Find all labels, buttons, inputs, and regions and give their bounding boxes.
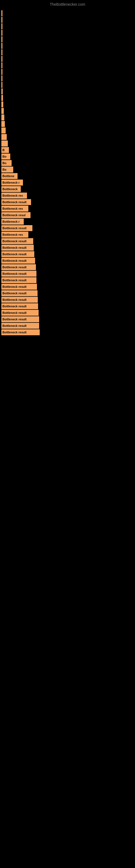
bottleneck-bar: [1, 88, 3, 94]
bar-row: [1, 36, 135, 42]
bar-row: [1, 10, 135, 16]
bottleneck-bar: Bottleneck res: [1, 193, 27, 198]
bottleneck-bar: [1, 95, 3, 101]
bar-row: Bottleneck result: [1, 290, 135, 296]
bottleneck-bar: [1, 82, 2, 88]
bar-row: Bottleneck result: [1, 245, 135, 251]
bottleneck-bar: [1, 50, 2, 55]
bottleneck-bar: [1, 141, 8, 147]
bottleneck-bar: [1, 101, 3, 107]
bar-row: [1, 50, 135, 55]
site-title: TheBottlenecker.com: [0, 0, 135, 8]
bar-row: Bottleneck result: [1, 238, 135, 244]
bottleneck-bar: Bottleneck result: [1, 297, 38, 303]
bottleneck-bar: [1, 69, 2, 75]
bottleneck-bar: Bottleneck: [1, 186, 21, 192]
bar-row: Bottleneck res: [1, 206, 135, 212]
bottleneck-bar: Bo: [1, 160, 12, 166]
bottleneck-bar: [1, 30, 2, 36]
bar-row: Bo: [1, 160, 135, 166]
bottleneck-bar: [1, 17, 2, 23]
bottleneck-bar: [1, 56, 2, 62]
bottleneck-bar: Bottleneck result: [1, 271, 37, 277]
bar-row: Bottleneck result: [1, 297, 135, 303]
bar-row: Bottleneck result: [1, 264, 135, 270]
bottleneck-bar: Bottleneck result: [1, 251, 34, 257]
bars-container: BBoBoBoBottleneBottleneck rBottleneckBot…: [0, 8, 135, 339]
bottleneck-bar: [1, 127, 6, 133]
bar-row: Bo: [1, 166, 135, 173]
bar-row: [1, 23, 135, 29]
bottleneck-bar: Bottleneck r: [1, 180, 23, 186]
bar-row: Bottleneck result: [1, 303, 135, 309]
bottleneck-bar: Bo: [1, 166, 13, 173]
bottleneck-bar: Bottleneck result: [1, 264, 36, 270]
bottleneck-bar: [1, 134, 7, 140]
bar-row: [1, 43, 135, 49]
bottleneck-bar: [1, 36, 2, 42]
bottleneck-bar: [1, 43, 2, 49]
bar-row: Bottleneck result: [1, 258, 135, 264]
bar-row: [1, 69, 135, 75]
bar-row: [1, 121, 135, 127]
bottleneck-bar: Bottleneck result: [1, 277, 37, 283]
bar-row: Bottleneck result: [1, 316, 135, 322]
bottleneck-bar: [1, 108, 4, 114]
bottleneck-bar: Bo: [1, 154, 10, 159]
bar-row: [1, 88, 135, 94]
bar-row: [1, 115, 135, 120]
bar-row: Bottleneck resul: [1, 212, 135, 218]
bottleneck-bar: [1, 115, 4, 120]
bar-row: Bo: [1, 154, 135, 159]
bar-row: Bottleneck result: [1, 271, 135, 277]
bottleneck-bar: Bottleneck result: [1, 199, 31, 205]
bar-row: [1, 82, 135, 88]
bar-row: [1, 62, 135, 68]
bar-row: Bottlene: [1, 173, 135, 179]
bar-row: [1, 95, 135, 101]
bar-row: Bottleneck result: [1, 277, 135, 283]
bar-row: [1, 75, 135, 82]
bar-row: B: [1, 147, 135, 153]
bar-row: [1, 127, 135, 133]
bar-row: [1, 30, 135, 36]
bar-row: Bottleneck result: [1, 329, 135, 335]
bottleneck-bar: Bottleneck result: [1, 303, 38, 309]
bottleneck-bar: Bottleneck res: [1, 231, 28, 238]
bottleneck-bar: Bottleneck result: [1, 316, 39, 322]
bottleneck-bar: Bottleneck resul: [1, 212, 31, 218]
bar-row: Bottleneck r: [1, 219, 135, 225]
bar-row: [1, 56, 135, 62]
bottleneck-bar: [1, 62, 2, 68]
bar-row: [1, 17, 135, 23]
bar-row: Bottleneck result: [1, 310, 135, 316]
bottleneck-bar: [1, 121, 5, 127]
bar-row: Bottleneck result: [1, 251, 135, 257]
bottleneck-bar: Bottleneck result: [1, 290, 38, 296]
bottleneck-bar: Bottleneck result: [1, 310, 39, 316]
bar-row: Bottleneck result: [1, 225, 135, 231]
bottleneck-bar: [1, 75, 2, 82]
bar-row: [1, 141, 135, 147]
bottleneck-bar: Bottleneck result: [1, 225, 32, 231]
bottleneck-bar: [1, 10, 2, 16]
bottleneck-bar: Bottleneck result: [1, 284, 37, 290]
bottleneck-bar: Bottleneck result: [1, 258, 35, 264]
bottleneck-bar: [1, 23, 2, 29]
bottleneck-bar: B: [1, 147, 9, 153]
bar-row: Bottleneck result: [1, 323, 135, 329]
bar-row: [1, 101, 135, 107]
bottleneck-bar: Bottleneck res: [1, 206, 28, 212]
bar-row: Bottleneck res: [1, 231, 135, 238]
bar-row: Bottleneck r: [1, 180, 135, 186]
bar-row: Bottleneck res: [1, 193, 135, 198]
bar-row: Bottleneck result: [1, 284, 135, 290]
bar-row: [1, 108, 135, 114]
bar-row: [1, 134, 135, 140]
bottleneck-bar: Bottleneck result: [1, 245, 34, 251]
bar-row: Bottleneck: [1, 186, 135, 192]
bottleneck-bar: Bottlene: [1, 173, 17, 179]
bottleneck-bar: Bottleneck r: [1, 219, 24, 225]
bottleneck-bar: Bottleneck result: [1, 329, 40, 335]
bar-row: Bottleneck result: [1, 199, 135, 205]
